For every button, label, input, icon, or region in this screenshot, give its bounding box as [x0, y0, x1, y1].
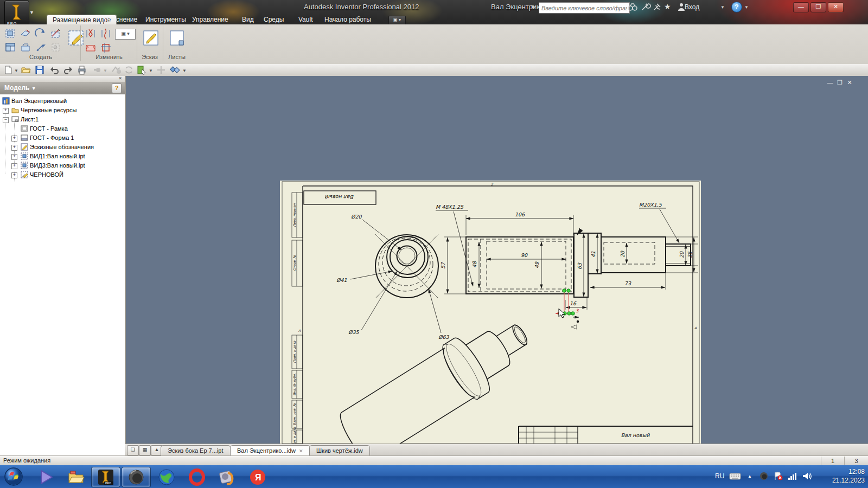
save-button[interactable] [35, 65, 46, 75]
window-close-button[interactable]: ✕ [828, 2, 844, 12]
expand-plus-icon[interactable]: + [11, 163, 17, 169]
expand-plus-icon[interactable]: + [11, 154, 17, 160]
doc-tab-sketch[interactable]: Эскиз бока Ep 7...ipt [161, 445, 231, 456]
help-caret-icon[interactable]: ▼ [744, 5, 749, 10]
projected-view-button[interactable] [18, 27, 33, 41]
ribbon-tab-vault[interactable]: Vault [293, 15, 318, 24]
detail-view-button[interactable] [3, 41, 17, 55]
browser-header-caret-icon[interactable]: ▼ [31, 86, 36, 91]
update-button[interactable] [111, 65, 122, 75]
drawing-sheet[interactable]: .bold{stroke:#191919;stroke-width:2;fill… [280, 181, 701, 444]
slice-button[interactable] [84, 41, 98, 55]
taskbar-kmplayer[interactable] [31, 467, 60, 486]
sign-in-caret-icon[interactable]: ▼ [720, 5, 725, 10]
search-binoculars-icon[interactable] [627, 2, 638, 12]
doc-tab-close-icon[interactable]: ✕ [299, 448, 303, 454]
browser-help-button[interactable]: ? [112, 84, 122, 93]
document-close-icon[interactable]: ✕ [845, 79, 854, 86]
new-file-button[interactable] [3, 65, 14, 75]
new-file-caret-icon[interactable]: ▼ [14, 68, 18, 73]
browser-close-icon[interactable]: ✕ [117, 76, 123, 82]
network-signal-icon[interactable] [788, 472, 797, 483]
doc-tab-pulley[interactable]: Шкив чертёж.idw [309, 445, 370, 456]
refresh-button[interactable] [124, 65, 135, 75]
drawing-canvas[interactable]: — ❐ ✕ .bold{stroke:#191919;stroke-width:… [126, 76, 868, 444]
screencast-camera-icon[interactable]: ▣ ▾ [388, 16, 406, 25]
open-button[interactable] [21, 65, 31, 75]
expand-plus-icon[interactable]: + [3, 108, 9, 114]
ribbon-tab-get-started[interactable]: Начало работы [319, 15, 376, 24]
subscription-wrench-icon[interactable] [640, 2, 651, 12]
ribbon-tab-manage[interactable]: Управление [187, 15, 234, 24]
expand-plus-icon[interactable]: + [11, 136, 17, 142]
sign-in-label[interactable]: Вход [685, 3, 699, 11]
search-input[interactable] [539, 2, 630, 14]
previous-view-button[interactable] [91, 65, 102, 75]
search-expand-icon[interactable]: ▶ [532, 4, 535, 9]
start-button[interactable] [3, 467, 24, 486]
collapse-minus-icon[interactable]: − [3, 117, 9, 123]
expand-plus-icon[interactable]: + [11, 172, 17, 178]
redo-button[interactable] [63, 65, 74, 75]
panel-label-create[interactable]: Создать [1, 54, 80, 61]
undo-button[interactable] [49, 65, 60, 75]
tree-item-root[interactable]: Вал Экцентриковый [0, 97, 125, 106]
panel-label-modify[interactable]: Изменить [81, 54, 137, 61]
overlay-view-button[interactable] [18, 41, 33, 55]
communication-satellite-icon[interactable] [652, 2, 663, 12]
start-sketch-button[interactable] [140, 27, 163, 53]
break-button[interactable] [84, 27, 98, 41]
tree-item-view1[interactable]: + ВИД1:Вал новый.ipt [0, 152, 125, 161]
taskbar-yandex[interactable]: Я [243, 467, 271, 486]
auxiliary-view-button[interactable] [34, 27, 48, 41]
break-out-button[interactable] [99, 27, 113, 41]
browser-header[interactable]: Модель ▼ ? [0, 82, 125, 94]
tree-item-draft[interactable]: + ЧЕРНОВОЙ [0, 170, 125, 179]
window-restore-button[interactable]: ❐ [810, 2, 826, 12]
panel-label-sheets[interactable]: Листы [163, 54, 191, 61]
tray-recorder-icon[interactable] [760, 472, 768, 483]
ribbon-tab-view[interactable]: Вид [237, 15, 259, 24]
print-button[interactable] [77, 65, 88, 75]
document-minimize-icon[interactable]: — [826, 79, 834, 86]
base-view-button[interactable] [3, 27, 17, 41]
taskbar-explorer[interactable] [62, 467, 90, 486]
previous-view-caret-icon[interactable]: ▼ [103, 68, 107, 73]
tile-windows-button[interactable]: ▦ [139, 445, 151, 455]
taskbar-inventor-active[interactable]: PRO [91, 467, 120, 487]
tree-item-gost-frame[interactable]: ГОСТ - Рамка [0, 124, 125, 133]
ribbon-tab-annotate[interactable]: Пояснение [99, 15, 143, 24]
tree-item-sheet1[interactable]: − Лист:1 [0, 115, 125, 124]
application-menu-button[interactable]: PRO [4, 1, 29, 27]
add-button[interactable] [156, 65, 167, 75]
cascade-windows-button[interactable]: ❏ [127, 445, 139, 455]
tree-item-sketch-symbols[interactable]: + Эскизные обозначения [0, 143, 125, 152]
favorites-star-icon[interactable]: ★ [664, 2, 675, 12]
measure-button[interactable] [169, 65, 180, 75]
tree-item-drawing-resources[interactable]: + Чертежные ресурсы [0, 106, 125, 115]
taskbar-opera[interactable] [182, 467, 210, 486]
new-sheet-button[interactable] [166, 27, 189, 53]
select-filter-caret-icon[interactable]: ▼ [149, 68, 153, 73]
expand-plus-icon[interactable]: + [11, 145, 17, 151]
toolbar-options-caret-icon[interactable]: ▼ [182, 68, 187, 73]
select-filter-button[interactable] [137, 65, 148, 75]
doc-tab-shaft-active[interactable]: Вал Экцентрико...idw✕ [230, 445, 310, 456]
volume-speaker-icon[interactable] [802, 472, 813, 483]
crop-button[interactable] [99, 41, 113, 55]
app-button-caret-icon[interactable]: ▼ [29, 10, 34, 15]
section-view-button[interactable] [49, 27, 63, 41]
ribbon-tab-tools[interactable]: Инструменты [140, 15, 192, 24]
taskbar-globe-browser[interactable] [152, 467, 180, 486]
taskbar-movie-maker[interactable] [213, 467, 241, 486]
language-indicator[interactable]: RU [715, 472, 724, 480]
help-button[interactable]: ? [731, 2, 742, 12]
taskbar-recorder-active[interactable] [122, 467, 151, 487]
show-hidden-icons-button[interactable]: ▲ [748, 474, 752, 479]
modify-combo-select[interactable]: ▣ ▾ [115, 29, 136, 40]
clock[interactable]: 12:08 21.12.2023 [832, 467, 865, 485]
keyboard-layout-icon[interactable] [729, 472, 741, 483]
tree-item-view3[interactable]: + ВИД3:Вал новый.ipt [0, 161, 125, 170]
window-minimize-button[interactable]: — [793, 2, 809, 12]
draft-view-button[interactable] [34, 41, 48, 55]
